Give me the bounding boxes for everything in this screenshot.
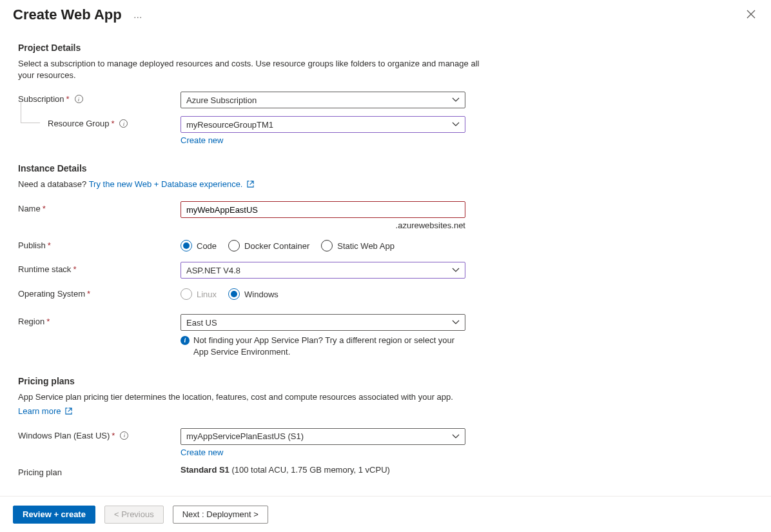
section-instance-title: Instance Details (18, 163, 753, 173)
region-note: i Not finding your App Service Plan? Try… (181, 335, 465, 358)
next-button[interactable]: Next : Deployment > (173, 506, 268, 524)
section-pricing-title: Pricing plans (18, 376, 753, 386)
close-icon[interactable] (747, 9, 756, 21)
publish-label: Publish * (18, 238, 181, 250)
os-linux-radio: Linux (181, 288, 217, 300)
required-mark: * (48, 241, 51, 250)
previous-button: < Previous (104, 506, 164, 524)
required-mark: * (46, 317, 50, 326)
subscription-select[interactable]: Azure Subscription (181, 92, 465, 108)
required-mark: * (112, 431, 115, 440)
info-icon[interactable]: i (75, 95, 83, 103)
chevron-down-icon (452, 122, 460, 127)
section-project-title: Project Details (18, 43, 753, 53)
name-suffix: .azurewebsites.net (181, 221, 465, 230)
pricing-plan-value: Standard S1 (100 total ACU, 1.75 GB memo… (181, 465, 465, 475)
required-mark: * (43, 204, 46, 213)
pricing-plan-label: Pricing plan (18, 465, 181, 477)
info-icon[interactable]: i (119, 119, 128, 128)
runtime-label: Runtime stack * (18, 262, 181, 274)
required-mark: * (66, 94, 70, 104)
required-mark: * (87, 289, 90, 299)
section-pricing-desc: App Service plan pricing tier determines… (18, 391, 482, 403)
review-create-button[interactable]: Review + create (13, 506, 95, 524)
learn-more-link[interactable]: Learn more (18, 406, 72, 416)
external-link-icon (65, 407, 72, 417)
external-link-icon (247, 179, 254, 191)
page-title: Create Web App (13, 6, 122, 23)
more-actions-icon[interactable]: … (133, 10, 143, 20)
name-input-wrap (181, 201, 465, 218)
create-new-plan-link[interactable]: Create new (181, 448, 465, 457)
chevron-down-icon (452, 268, 460, 273)
publish-static-radio[interactable]: Static Web App (321, 240, 395, 251)
region-select[interactable]: East US (181, 314, 465, 331)
name-input[interactable] (186, 205, 447, 215)
footer-bar: Review + create < Previous Next : Deploy… (0, 496, 771, 532)
required-mark: * (111, 119, 114, 128)
form-scroll-area[interactable]: Project Details Select a subscription to… (0, 31, 771, 496)
page-header: Create Web App … (0, 0, 771, 30)
chevron-down-icon (452, 97, 460, 103)
create-new-rg-link[interactable]: Create new (181, 135, 465, 145)
info-icon[interactable]: i (120, 431, 128, 440)
subscription-label: Subscription * i (18, 92, 181, 104)
os-windows-radio[interactable]: Windows (228, 288, 278, 300)
db-prompt-row: Need a database? Try the new Web + Datab… (18, 179, 482, 191)
os-label: Operating System * (18, 286, 181, 299)
chevron-down-icon (452, 434, 460, 439)
resource-group-label: Resource Group * i (18, 116, 181, 128)
web-db-experience-link[interactable]: Try the new Web + Database experience. (89, 179, 254, 189)
plan-label: Windows Plan (East US) * i (18, 428, 181, 440)
region-label: Region * (18, 314, 181, 326)
publish-code-radio[interactable]: Code (181, 240, 217, 251)
plan-select[interactable]: myAppServicePlanEastUS (S1) (181, 428, 465, 445)
runtime-select[interactable]: ASP.NET V4.8 (181, 262, 465, 279)
chevron-down-icon (452, 320, 460, 325)
resource-group-select[interactable]: myResourceGroupTM1 (181, 116, 465, 133)
info-badge-icon: i (181, 336, 190, 345)
publish-docker-radio[interactable]: Docker Container (228, 240, 309, 251)
required-mark: * (73, 264, 76, 274)
section-project-desc: Select a subscription to manage deployed… (18, 58, 482, 81)
name-label: Name * (18, 201, 181, 213)
